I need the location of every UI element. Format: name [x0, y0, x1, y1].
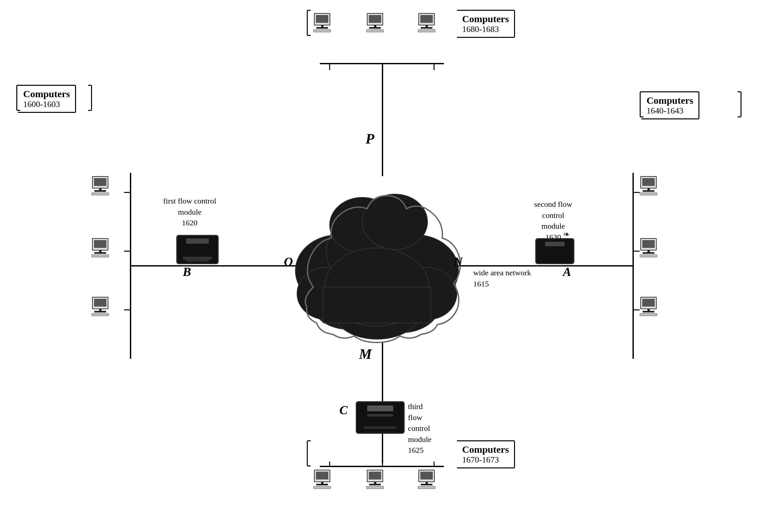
- top-computer-1: [313, 13, 331, 32]
- flow-module-c: third flow control module 1625 C: [356, 401, 405, 434]
- right-computer-1: [640, 176, 657, 195]
- left-computers-range: 1600-1603: [23, 100, 70, 109]
- top-computer-2: [366, 13, 384, 32]
- wan-text: wide area network: [473, 267, 531, 279]
- device-box-b: [176, 235, 219, 264]
- bottom-computers-label-bracket: Computers 1670-1673: [457, 440, 515, 468]
- diagram-container: Computers 1680-1683 P Computers: [0, 0, 765, 532]
- right-computer-3: [640, 297, 657, 316]
- left-computer-1: [91, 176, 109, 195]
- right-computers-bracket-right: [738, 91, 741, 118]
- top-computers-bracket-left: [307, 10, 311, 36]
- device-box-a: ❧: [535, 238, 574, 264]
- device-box-c: [356, 401, 405, 434]
- node-a-label: A: [563, 265, 571, 279]
- bottom-computers-bracket-left: [307, 440, 311, 466]
- bottom-computers-text: Computers: [462, 444, 509, 455]
- bottom-computer-3: [418, 470, 435, 489]
- left-computers-text: Computers: [23, 89, 70, 100]
- left-computers-label: Computers 1600-1603: [18, 85, 76, 113]
- node-m-label: M: [359, 346, 372, 363]
- left-computer-3: [91, 297, 109, 316]
- left-computers-bracket-right: [88, 85, 92, 111]
- top-computers-text: Computers: [462, 13, 509, 24]
- left-computers-bracket-left: [16, 85, 20, 111]
- top-computers-range: 1680-1683: [462, 24, 509, 34]
- svg-point-32: [362, 194, 427, 250]
- top-computer-3: [418, 13, 435, 32]
- flow-module-a: second flow control module 1630 ❧ A: [535, 238, 574, 264]
- first-flow-label: first flow control module 1620: [163, 196, 216, 229]
- flow-module-b: first flow control module 1620 B: [176, 235, 219, 264]
- bottom-computers-range: 1670-1673: [462, 455, 509, 465]
- node-c-label: C: [340, 403, 348, 417]
- right-computers-range: 1640-1643: [646, 106, 693, 116]
- svg-rect-34: [323, 287, 431, 323]
- wan-label: wide area network 1615: [473, 267, 531, 289]
- node-o-label: O: [284, 254, 293, 269]
- node-p-label: P: [366, 131, 375, 147]
- right-computers-bracket-left: [640, 91, 644, 118]
- bottom-computer-1: [313, 470, 331, 489]
- wan-cloud: [284, 163, 470, 346]
- node-b-label: B: [183, 265, 191, 279]
- node-n-label: N: [454, 254, 462, 269]
- bottom-computer-2: [366, 470, 384, 489]
- third-flow-label: third flow control module 1625: [408, 401, 431, 456]
- top-computers-label: Computers 1680-1683: [457, 10, 515, 38]
- right-computers-label: Computers 1640-1643: [641, 91, 699, 120]
- right-computer-2: [640, 238, 657, 257]
- left-computer-2: [91, 238, 109, 257]
- wan-id: 1615: [473, 279, 531, 290]
- cloud-svg: [284, 163, 470, 346]
- right-computers-text: Computers: [646, 95, 693, 106]
